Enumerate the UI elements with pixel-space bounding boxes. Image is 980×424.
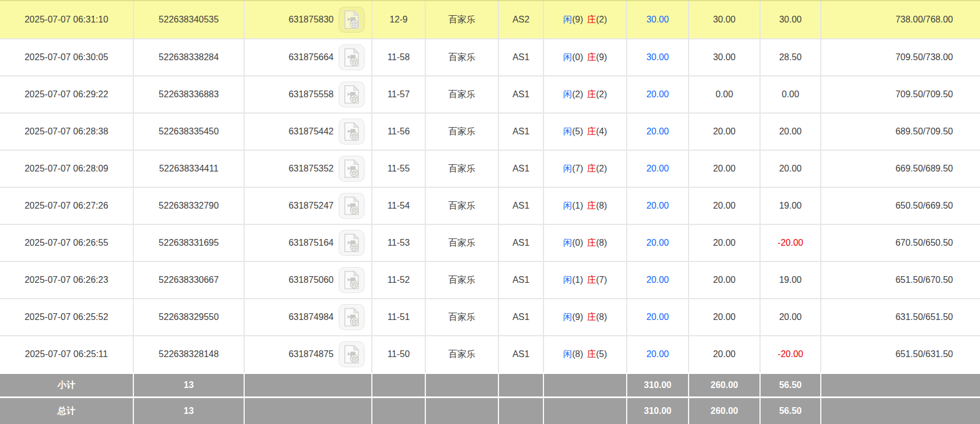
round-cell: 11-58 bbox=[372, 39, 426, 75]
banker-label: 庄 bbox=[587, 237, 596, 249]
table-row[interactable]: 2025-07-07 06:26:23 522638330667 6318750… bbox=[0, 261, 980, 298]
valid-amount-cell: 20.00 bbox=[689, 151, 761, 187]
banker-score: (2) bbox=[596, 164, 608, 174]
player-score: (9) bbox=[572, 15, 583, 25]
win-loss-cell: 20.00 bbox=[761, 114, 821, 150]
round-cell: 12-9 bbox=[372, 1, 426, 38]
valid-amount-cell: 30.00 bbox=[689, 1, 761, 38]
summary-count-cell: 13 bbox=[134, 374, 245, 396]
player-score: (7) bbox=[572, 164, 583, 174]
game-number: 631874875 bbox=[289, 349, 334, 359]
valid-amount-cell: 20.00 bbox=[689, 336, 761, 372]
win-loss-cell: 19.00 bbox=[761, 188, 821, 224]
table-row[interactable]: 2025-07-07 06:27:26 522638332790 6318752… bbox=[0, 187, 980, 224]
result-cell: 闲(8)庄(5) bbox=[544, 336, 627, 372]
order-number-cell: 522638331695 bbox=[134, 225, 245, 261]
banker-score: (5) bbox=[596, 349, 608, 359]
valid-amount-cell: 20.00 bbox=[689, 225, 761, 261]
summary-label-cell: 小计 bbox=[0, 374, 134, 396]
summary-empty-cell bbox=[821, 374, 980, 396]
banker-label: 庄 bbox=[587, 200, 596, 212]
game-number: 631875442 bbox=[289, 127, 334, 137]
result-cell: 闲(5)庄(4) bbox=[544, 114, 627, 150]
table-name-cell: AS1 bbox=[499, 76, 544, 112]
order-number-cell: 522638332790 bbox=[134, 188, 245, 224]
video-file-icon bbox=[343, 10, 361, 29]
video-button[interactable] bbox=[339, 7, 365, 33]
balance-cell: 670.50/650.50 bbox=[821, 225, 980, 261]
valid-amount-cell: 30.00 bbox=[689, 39, 761, 75]
game-number-cell: 631874984 bbox=[245, 299, 372, 335]
video-button[interactable] bbox=[339, 156, 365, 182]
game-type-cell: 百家乐 bbox=[426, 76, 499, 112]
table-row[interactable]: 2025-07-07 06:28:09 522638334411 6318753… bbox=[0, 150, 980, 187]
valid-amount-cell: 20.00 bbox=[689, 262, 761, 298]
video-button[interactable] bbox=[339, 341, 365, 367]
table-row[interactable]: 2025-07-07 06:30:05 522638338284 6318756… bbox=[0, 38, 980, 75]
video-button[interactable] bbox=[339, 267, 365, 293]
summary-empty-cell bbox=[544, 398, 627, 424]
summary-winloss-total-cell: 56.50 bbox=[761, 398, 821, 424]
banker-label: 庄 bbox=[587, 349, 596, 360]
round-cell: 11-56 bbox=[372, 114, 426, 150]
table-row[interactable]: 2025-07-07 06:31:10 522638340535 6318758… bbox=[0, 0, 980, 38]
game-number: 631874984 bbox=[289, 312, 334, 322]
bet-time-cell: 2025-07-07 06:31:10 bbox=[0, 1, 134, 38]
table-row[interactable]: 2025-07-07 06:28:38 522638335450 6318754… bbox=[0, 112, 980, 150]
banker-score: (4) bbox=[596, 127, 608, 137]
result-cell: 闲(7)庄(2) bbox=[544, 151, 627, 187]
game-number-cell: 631875558 bbox=[245, 76, 372, 112]
bet-records-table: 2025-07-07 06:31:10 522638340535 6318758… bbox=[0, 0, 980, 424]
table-name-cell: AS1 bbox=[499, 39, 544, 75]
video-file-icon bbox=[343, 233, 361, 252]
round-cell: 11-53 bbox=[372, 225, 426, 261]
bet-time-cell: 2025-07-07 06:25:11 bbox=[0, 336, 134, 372]
bet-time-cell: 2025-07-07 06:30:05 bbox=[0, 39, 134, 75]
balance-cell: 709.50/738.00 bbox=[821, 39, 980, 75]
table-row[interactable]: 2025-07-07 06:25:52 522638329550 6318749… bbox=[0, 298, 980, 335]
player-score: (1) bbox=[572, 275, 583, 285]
game-number: 631875830 bbox=[289, 15, 334, 25]
video-button[interactable] bbox=[339, 44, 365, 70]
video-file-icon bbox=[343, 159, 361, 178]
table-name-cell: AS1 bbox=[499, 151, 544, 187]
summary-bet-total-cell: 310.00 bbox=[627, 398, 689, 424]
video-button[interactable] bbox=[339, 193, 365, 219]
player-label: 闲 bbox=[563, 200, 572, 212]
order-number-cell: 522638329550 bbox=[134, 299, 245, 335]
round-cell: 11-57 bbox=[372, 76, 426, 112]
summary-valid-total-cell: 260.00 bbox=[689, 374, 761, 396]
win-loss-cell: 19.00 bbox=[761, 262, 821, 298]
result-cell: 闲(2)庄(2) bbox=[544, 76, 627, 112]
table-row[interactable]: 2025-07-07 06:29:22 522638336883 6318755… bbox=[0, 75, 980, 112]
video-file-icon bbox=[343, 345, 361, 364]
game-type-cell: 百家乐 bbox=[426, 299, 499, 335]
valid-amount-cell: 0.00 bbox=[689, 76, 761, 112]
bet-time-cell: 2025-07-07 06:28:09 bbox=[0, 151, 134, 187]
banker-score: (2) bbox=[596, 89, 608, 100]
game-number: 631875164 bbox=[289, 238, 334, 248]
game-number: 631875247 bbox=[289, 201, 334, 211]
summary-label-cell: 总计 bbox=[0, 398, 134, 424]
video-button[interactable] bbox=[339, 304, 365, 330]
result-cell: 闲(9)庄(8) bbox=[544, 299, 627, 335]
player-score: (0) bbox=[572, 238, 583, 248]
valid-amount-cell: 20.00 bbox=[689, 114, 761, 150]
video-button[interactable] bbox=[339, 82, 365, 107]
video-button[interactable] bbox=[339, 119, 365, 145]
order-number-cell: 522638334411 bbox=[134, 151, 245, 187]
result-cell: 闲(0)庄(9) bbox=[544, 39, 627, 75]
table-row[interactable]: 2025-07-07 06:25:11 522638328148 6318748… bbox=[0, 335, 980, 372]
player-score: (5) bbox=[572, 127, 583, 137]
game-number-cell: 631875664 bbox=[245, 39, 372, 75]
bet-amount-cell: 20.00 bbox=[627, 76, 689, 112]
result-cell: 闲(9)庄(2) bbox=[544, 1, 627, 38]
table-row[interactable]: 2025-07-07 06:26:55 522638331695 6318751… bbox=[0, 224, 980, 261]
valid-amount-cell: 20.00 bbox=[689, 299, 761, 335]
bet-amount-cell: 20.00 bbox=[627, 299, 689, 335]
player-label: 闲 bbox=[563, 14, 572, 26]
order-number-cell: 522638338284 bbox=[134, 39, 245, 75]
video-button[interactable] bbox=[339, 230, 365, 256]
balance-cell: 689.50/709.50 bbox=[821, 114, 980, 150]
win-loss-cell: 0.00 bbox=[761, 76, 821, 112]
